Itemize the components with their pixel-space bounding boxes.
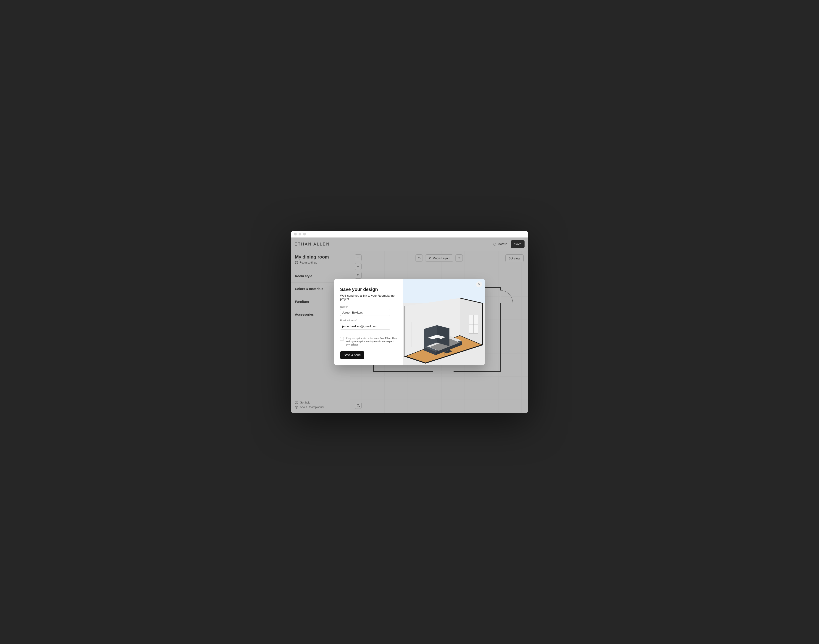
room-3d-illustration (403, 279, 485, 365)
privacy-link[interactable]: privacy (351, 343, 358, 346)
modal-illustration (403, 279, 485, 365)
traffic-light-maximize[interactable] (303, 233, 306, 235)
email-label: Email address* (340, 319, 397, 322)
modal-subtitle: We'll send you a link to your Roomplanne… (340, 294, 397, 301)
consent-row: Keep me up-to-date on the latest from Et… (340, 337, 397, 346)
save-and-send-button[interactable]: Save & send (340, 351, 364, 359)
consent-suffix: . (358, 343, 359, 346)
name-input[interactable] (340, 309, 390, 316)
save-design-modal: Save your design We'll send you a link t… (334, 279, 485, 365)
modal-title: Save your design (340, 287, 397, 292)
svg-rect-29 (412, 322, 419, 347)
traffic-light-close[interactable] (294, 233, 297, 235)
name-label: Name* (340, 305, 397, 308)
email-input[interactable] (340, 323, 390, 330)
window-titlebar (291, 231, 528, 238)
traffic-light-minimize[interactable] (299, 233, 301, 235)
app-window: ETHAN ALLEN Rotate Save My dining room R… (291, 231, 528, 413)
consent-checkbox[interactable] (340, 337, 344, 341)
modal-form: Save your design We'll send you a link t… (334, 279, 403, 365)
consent-text: Keep me up-to-date on the latest from Et… (346, 337, 397, 346)
